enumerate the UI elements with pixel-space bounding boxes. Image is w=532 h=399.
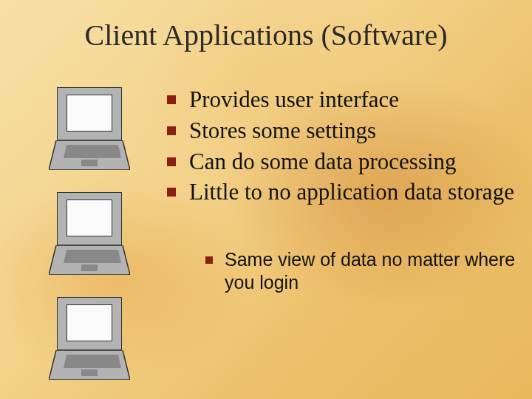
slide-title: Client Applications (Software): [0, 18, 532, 52]
sub-bullet-list: Same view of data no matter where you lo…: [205, 248, 516, 293]
list-item: Little to no application data storage: [167, 178, 514, 206]
laptop-icon: [49, 297, 130, 384]
bullet-text: Little to no application data storage: [189, 178, 514, 206]
slide: Client Applications (Software) Provides …: [0, 0, 532, 399]
laptop-icon: [49, 192, 130, 279]
square-bullet-icon: [205, 256, 213, 264]
bullet-text: Can do some data processing: [189, 148, 457, 176]
list-item: Provides user interface: [167, 86, 514, 114]
square-bullet-icon: [167, 126, 176, 135]
square-bullet-icon: [167, 188, 176, 197]
square-bullet-icon: [167, 95, 176, 104]
square-bullet-icon: [167, 157, 176, 166]
bullet-text: Stores some settings: [189, 117, 376, 145]
bullet-text: Provides user interface: [189, 86, 399, 114]
list-item: Stores some settings: [167, 117, 514, 145]
list-item: Same view of data no matter where you lo…: [205, 248, 516, 293]
laptop-column: [49, 87, 137, 399]
laptop-icon: [49, 87, 130, 174]
bullet-text: Same view of data no matter where you lo…: [225, 248, 516, 293]
main-bullet-list: Provides user interface Stores some sett…: [167, 86, 514, 209]
list-item: Can do some data processing: [167, 148, 514, 176]
